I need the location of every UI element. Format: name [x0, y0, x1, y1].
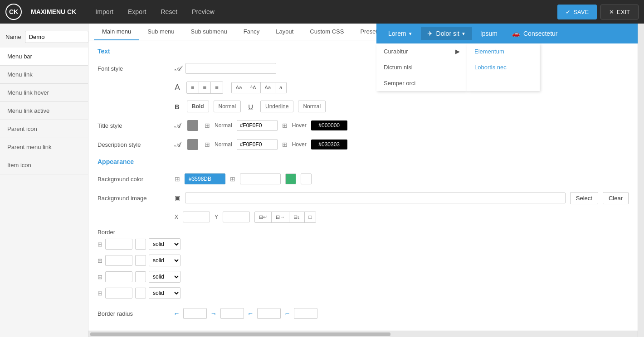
text-transform-normal[interactable]: Aa — [261, 82, 275, 93]
select-button[interactable]: Select — [570, 192, 598, 204]
dropdown-panel: Curabitur ▶ Dictum nisi Semper orci — [376, 43, 467, 91]
tab-sub-submenu[interactable]: Sub submenu — [183, 24, 235, 40]
tab-main-menu[interactable]: Main menu — [94, 24, 139, 40]
x-input[interactable] — [183, 212, 210, 222]
bg-color-grid-icon2[interactable]: ⊞ — [230, 175, 235, 183]
bg-repeat-y-button[interactable]: ⊟↓ — [289, 212, 305, 222]
desc-color-swatch[interactable] — [187, 139, 198, 150]
font-style-input[interactable] — [185, 63, 276, 74]
title-normal-color-input[interactable] — [237, 120, 278, 131]
sidebar-item-item-icon[interactable]: Item icon — [0, 156, 88, 174]
border-grid-icon-2[interactable]: ⊞ — [98, 257, 102, 264]
sidebar-item-menu-link-hover[interactable]: Menu link hover — [0, 84, 88, 102]
desc-hover-color[interactable]: #030303 — [311, 140, 347, 149]
save-button[interactable]: ✓ SAVE — [557, 5, 597, 19]
sidebar-item-menu-bar[interactable]: Menu bar — [0, 48, 88, 66]
normal-style-button[interactable]: Normal — [298, 101, 326, 112]
bg-repeat-x-button[interactable]: ⊟→ — [272, 212, 289, 222]
border-style-select-3[interactable]: soliddasheddottednone — [149, 271, 181, 283]
text-transform-lowercase[interactable]: a — [275, 82, 286, 93]
tab-layout[interactable]: Layout — [268, 24, 302, 40]
title-grid-icon[interactable]: ⊞ — [205, 122, 210, 129]
horizontal-scrollbar[interactable] — [88, 331, 638, 337]
dropdown-item-semper[interactable]: Semper orci — [376, 75, 467, 91]
border-color-swatch-4[interactable] — [135, 288, 146, 298]
desc-style-label: Description style — [98, 141, 170, 148]
border-style-select-4[interactable]: soliddasheddottednone — [149, 287, 181, 299]
border-grid-icon-4[interactable]: ⊞ — [98, 290, 102, 297]
border-size-input-1[interactable] — [105, 239, 132, 250]
exit-button[interactable]: ✕ EXIT — [600, 5, 639, 19]
border-grid-icon-1[interactable]: ⊞ — [98, 241, 102, 248]
tab-fancy[interactable]: Fancy — [235, 24, 268, 40]
align-center-button[interactable]: ≡ — [199, 82, 211, 93]
sidebar-item-menu-link-active[interactable]: Menu link active — [0, 102, 88, 120]
bg-no-repeat-button[interactable]: □ — [305, 212, 316, 222]
border-color-swatch-2[interactable] — [135, 255, 146, 266]
appearance-section-title: Appearance — [98, 158, 629, 165]
sidebar-item-parent-icon[interactable]: Parent icon — [0, 120, 88, 138]
desc-normal-color-input[interactable] — [237, 139, 278, 150]
name-input[interactable] — [25, 31, 88, 43]
sidebar-item-parent-menu-link[interactable]: Parent menu link — [0, 138, 88, 156]
normal-weight-button[interactable]: Normal — [214, 101, 241, 112]
radius-bl-input[interactable] — [257, 308, 281, 319]
border-size-input-3[interactable] — [105, 271, 132, 282]
align-left-button[interactable]: ≡ — [187, 82, 199, 93]
radius-tl-input[interactable] — [183, 308, 207, 319]
desc-font-icon: 𝒜 — [175, 140, 181, 149]
desc-grid-icon[interactable]: ⊞ — [205, 141, 210, 148]
dropdown-item-curabitur[interactable]: Curabitur ▶ — [376, 43, 467, 59]
underline-button[interactable]: Underline — [260, 101, 293, 112]
right-scrollbar[interactable] — [638, 24, 644, 337]
align-right-button[interactable]: ≡ — [211, 82, 223, 93]
preview-menu-consectetur[interactable]: 🚗 Consectetur — [506, 27, 564, 40]
preview-menu-dolor[interactable]: ✈ Dolor sit ▼ — [421, 27, 472, 40]
nav-import[interactable]: Import — [89, 5, 120, 18]
app-logo: CK — [5, 4, 22, 20]
tab-custom-css[interactable]: Custom CSS — [302, 24, 352, 40]
bold-button[interactable]: Bold — [187, 101, 209, 112]
title-hover-grid-icon[interactable]: ⊞ — [282, 122, 288, 129]
text-transform-capitalize[interactable]: Aa — [232, 82, 246, 93]
radius-tr-input[interactable] — [220, 308, 244, 319]
clear-button[interactable]: Clear — [603, 192, 629, 204]
lorem-dropdown-arrow: ▼ — [408, 31, 413, 36]
nav-export[interactable]: Export — [122, 5, 152, 18]
bg-color-grid-icon[interactable]: ⊞ — [175, 175, 180, 183]
preview-menu-ipsum[interactable]: Ipsum — [474, 27, 504, 40]
dropdown-item-dictum[interactable]: Dictum nisi — [376, 59, 467, 75]
radius-br-input[interactable] — [294, 308, 317, 319]
border-row-3: ⊞ soliddasheddottednone — [98, 271, 181, 283]
border-size-input-4[interactable] — [105, 288, 132, 298]
align-buttons: ≡ ≡ ≡ — [186, 82, 223, 94]
green-color-swatch[interactable] — [285, 173, 296, 184]
tab-sub-menu[interactable]: Sub menu — [139, 24, 182, 40]
desc-hover-grid-icon[interactable]: ⊞ — [282, 141, 288, 148]
bg-color-input[interactable] — [185, 173, 225, 184]
nav-preview[interactable]: Preview — [185, 5, 221, 18]
submenu-item-lobortis[interactable]: Lobortis nec — [467, 59, 540, 75]
border-style-select-1[interactable]: soliddasheddottednone — [149, 238, 181, 250]
preview-menu-lorem[interactable]: Lorem ▼ — [382, 27, 419, 40]
image-icon: ▣ — [175, 194, 181, 202]
sidebar: Name Menu bar Menu link Menu link hover … — [0, 24, 88, 337]
title-hover-color[interactable]: #000000 — [311, 120, 347, 130]
semper-label: Semper orci — [384, 80, 415, 87]
border-color-swatch-3[interactable] — [135, 271, 146, 282]
text-transform-uppercase[interactable]: ᴬA — [246, 82, 260, 93]
bg-tile-button[interactable]: ⊞↵ — [255, 212, 272, 222]
border-size-input-2[interactable] — [105, 255, 132, 266]
y-input[interactable] — [223, 212, 250, 222]
border-style-select-2[interactable]: soliddasheddottednone — [149, 255, 181, 266]
nav-reset[interactable]: Reset — [155, 5, 184, 18]
bg-color-input2[interactable] — [240, 173, 281, 184]
bg-image-input[interactable] — [185, 193, 566, 203]
submenu-item-elementum[interactable]: Elementum — [467, 43, 540, 59]
title-color-swatch[interactable] — [187, 120, 198, 131]
lorem-label: Lorem — [388, 30, 406, 37]
sidebar-item-menu-link[interactable]: Menu link — [0, 66, 88, 84]
border-color-swatch-1[interactable] — [135, 239, 146, 250]
border-grid-icon-3[interactable]: ⊞ — [98, 274, 102, 280]
white-color-swatch[interactable] — [301, 173, 312, 184]
